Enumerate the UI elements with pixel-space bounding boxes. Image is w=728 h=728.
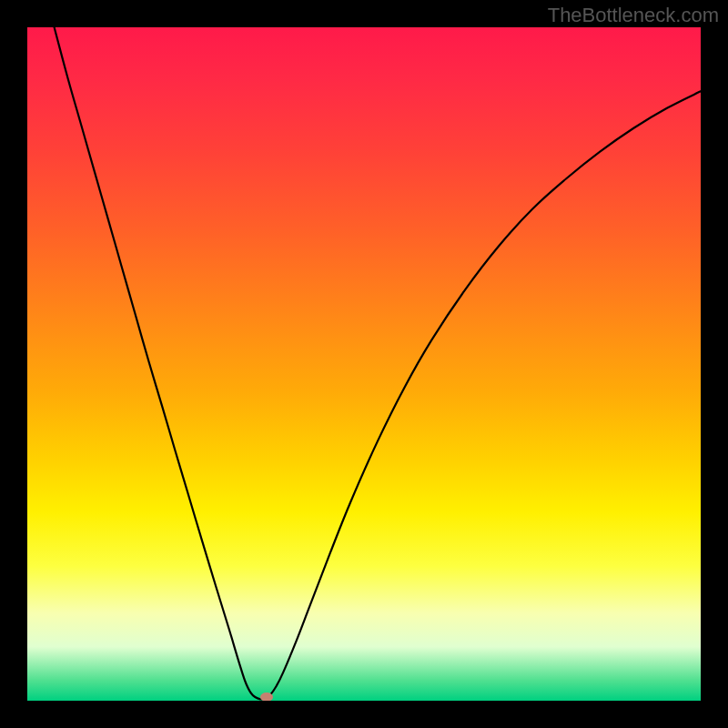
attribution-text: TheBottleneck.com xyxy=(548,4,719,27)
curve-svg xyxy=(27,27,701,701)
plot-area xyxy=(27,27,701,701)
bottleneck-curve xyxy=(55,27,701,700)
minimum-marker xyxy=(260,693,273,701)
